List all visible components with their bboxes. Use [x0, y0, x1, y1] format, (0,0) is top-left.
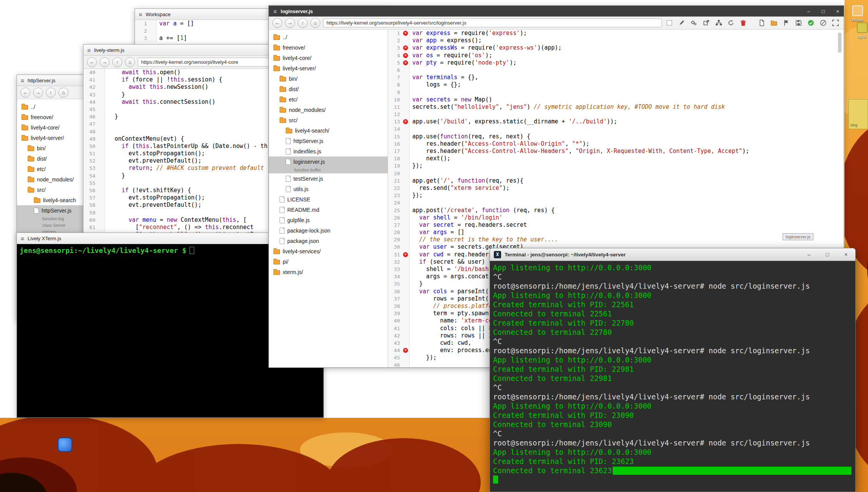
menu-icon[interactable]: ≡	[21, 77, 24, 84]
code-line[interactable]: 17 res.header("Access-Control-Allow-Head…	[388, 148, 844, 155]
maximize-icon[interactable]: □	[826, 251, 829, 258]
tree-item[interactable]: lively4-services/	[269, 246, 388, 256]
code-line[interactable]: 8 logs = {};	[388, 81, 844, 88]
accept-icon[interactable]	[806, 18, 816, 28]
tree-item[interactable]: package.json	[269, 236, 388, 246]
close-icon[interactable]: ×	[836, 8, 839, 14]
dependencies-graph-icon[interactable]	[714, 18, 723, 28]
menu-icon[interactable]: ≡	[87, 47, 91, 53]
up-button[interactable]: ↑	[112, 57, 122, 67]
code-line[interactable]: 16 res.header("Access-Control-Allow-Orig…	[388, 140, 844, 148]
code-line[interactable]: 3✕var expressWs = require('express-ws')(…	[388, 44, 844, 52]
forward-button[interactable]: →	[100, 57, 110, 67]
fullscreen-icon[interactable]	[831, 18, 840, 28]
code-line[interactable]: 11secrets.set("hellolively", "jens") // …	[388, 103, 844, 111]
menu-icon[interactable]: ≡	[273, 8, 277, 15]
tree-item[interactable]: lively4-core/	[269, 53, 388, 63]
checkbox-icon[interactable]	[665, 18, 674, 28]
tree-item[interactable]: ../	[269, 32, 388, 42]
editor-scrollbar[interactable]	[838, 33, 841, 53]
code-line[interactable]: 27 var secret = req.headers.secret	[388, 221, 844, 229]
terminal-titlebar[interactable]: X Terminal - jens@sensorpi: ~/lively4/li…	[490, 248, 855, 261]
forward-button[interactable]: →	[33, 88, 43, 98]
code-text: var express = require('express');	[410, 30, 527, 37]
back-button[interactable]: ←	[272, 18, 282, 28]
minimize-icon[interactable]: –	[807, 8, 810, 14]
folder-icon[interactable]	[769, 18, 779, 28]
tree-subitem[interactable]: function buffer	[269, 167, 388, 173]
code-line[interactable]: 7var terminals = {},	[388, 74, 844, 81]
desktop-icon-trash[interactable]: Waste	[846, 5, 868, 22]
tree-item[interactable]: lively4-server/	[269, 63, 388, 73]
tree-item[interactable]: src/	[269, 115, 388, 125]
up-button[interactable]: ↑	[46, 88, 56, 98]
tree-item[interactable]: package-lock.json	[269, 225, 388, 236]
code-line[interactable]: 10var secrets = new Map()	[388, 96, 844, 103]
code-line[interactable]: 4✕var os = require('os');	[388, 52, 844, 59]
delete-trash-icon[interactable]	[738, 18, 748, 28]
tree-item[interactable]: README.md	[269, 204, 388, 215]
tree-item[interactable]: dist/	[269, 84, 388, 94]
back-button[interactable]: ←	[87, 57, 97, 67]
flag-icon[interactable]	[781, 18, 791, 28]
code-line[interactable]: 13✕app.use('/build', express.static(__di…	[388, 118, 844, 125]
tree-item[interactable]: indexfiles.js	[269, 146, 388, 156]
code-line[interactable]: 14	[388, 125, 844, 133]
terminal-screen[interactable]: App listening to http://0.0.0.0:3000^Cro…	[490, 261, 855, 492]
close-icon[interactable]: ×	[845, 251, 848, 258]
code-line[interactable]: 19});	[388, 162, 844, 170]
tree-item[interactable]: freenove/	[269, 42, 388, 53]
desktop-icon-updates[interactable]: up d	[851, 22, 868, 39]
code-line[interactable]: 9	[388, 89, 844, 96]
desktop-icon-blue-app[interactable]	[58, 437, 72, 452]
tree-item[interactable]: utils.js	[269, 184, 388, 194]
tree-item[interactable]: lively4-search/	[269, 125, 388, 136]
tree-item[interactable]: loginserver.js	[269, 156, 388, 167]
gears-icon[interactable]	[689, 18, 699, 28]
menu-icon[interactable]: ≡	[21, 235, 24, 242]
desktop-sticky-note[interactable]: oing	[848, 99, 868, 129]
code-line[interactable]: 1✕var express = require('express');	[388, 30, 844, 37]
tree-item[interactable]: LICENSE	[269, 194, 388, 204]
code-line[interactable]: 28 var args = []	[388, 229, 844, 236]
code-line[interactable]: 25app.post('/create', function (req, res…	[388, 207, 844, 214]
refresh-icon[interactable]	[726, 18, 736, 28]
code-line[interactable]: 2var app = express();	[388, 37, 844, 44]
cancel-icon[interactable]	[818, 18, 828, 28]
forward-button[interactable]: →	[285, 18, 295, 28]
code-line[interactable]: 18 next();	[388, 155, 844, 162]
code-line[interactable]: 23});	[388, 192, 844, 199]
tree-item[interactable]: testServer.js	[269, 173, 388, 184]
maximize-icon[interactable]: □	[822, 8, 825, 14]
code-line[interactable]: 22 res.send("xterm service");	[388, 184, 844, 192]
code-line[interactable]: 21app.get('/', function(req, res){	[388, 177, 844, 184]
tree-item[interactable]: etc/	[269, 94, 388, 105]
home-button[interactable]: ⌂	[58, 88, 68, 98]
loginserver-titlebar[interactable]: ≡ loginserver.js – □ ×	[269, 6, 844, 17]
tree-item[interactable]: httpServer.js	[269, 136, 388, 146]
tree-item[interactable]: node_modules/	[269, 105, 388, 115]
code-line[interactable]: 6	[388, 66, 844, 74]
tree-item[interactable]: xterm.js/	[269, 267, 388, 277]
brush-icon[interactable]	[677, 18, 686, 28]
save-icon[interactable]	[794, 18, 803, 28]
tree-item[interactable]: bin/	[269, 73, 388, 84]
code-line[interactable]: 29 // the secret is the key to the user.…	[388, 236, 844, 243]
tree-item[interactable]: gulpfile.js	[269, 215, 388, 225]
back-button[interactable]: ←	[20, 88, 30, 98]
menu-icon[interactable]: ≡	[139, 11, 142, 18]
code-line[interactable]: 26 var shell = '/bin/login'	[388, 214, 844, 221]
code-line[interactable]: 5✕var pty = require('node-pty');	[388, 59, 844, 66]
up-button[interactable]: ↑	[298, 18, 308, 28]
code-line[interactable]: 24	[388, 199, 844, 206]
home-button[interactable]: ⌂	[125, 57, 135, 67]
new-file-icon[interactable]	[757, 18, 766, 28]
tree-item[interactable]: pi/	[269, 256, 388, 267]
open-external-icon[interactable]	[701, 18, 711, 28]
code-line[interactable]: 12	[388, 111, 844, 118]
home-button[interactable]: ⌂	[310, 18, 320, 28]
url-input[interactable]	[323, 18, 662, 27]
code-line[interactable]: 20	[388, 170, 844, 177]
minimize-icon[interactable]: –	[808, 251, 811, 258]
code-line[interactable]: 15app.use(function(req, res, next) {	[388, 133, 844, 140]
